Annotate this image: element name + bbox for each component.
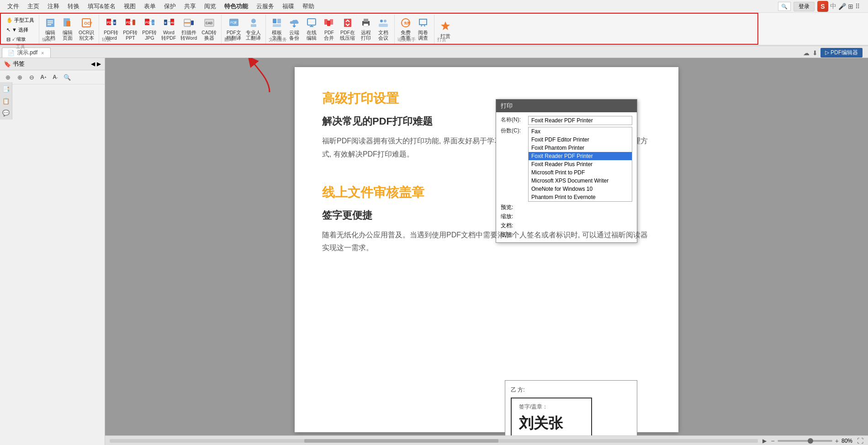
menu-item-help[interactable]: 帮助 (299, 1, 318, 11)
ocr-button[interactable]: OCR OCR识别文本 (77, 16, 96, 42)
menu-item-browse[interactable]: 阅览 (201, 1, 220, 11)
sidebar-controls: ⊕ ⊕ ⊖ A+ A- 🔍 (0, 70, 105, 84)
pdf-compress-button[interactable]: PDF在线压缩 (338, 16, 357, 42)
login-button[interactable]: 登录 (794, 2, 815, 11)
zoom-slider[interactable] (778, 440, 832, 442)
shrink-button[interactable]: ⊟ ↙缩放 (4, 35, 37, 44)
pdf-to-ppt-button[interactable]: PDF→ PDF转PPT (121, 16, 139, 42)
print-list-item-foxit-editor[interactable]: Foxit PDF Editor Printer (529, 136, 632, 144)
menu-item-special[interactable]: 特色功能 (221, 1, 252, 11)
arrow-indicator (238, 58, 283, 94)
svg-rect-16 (132, 20, 135, 25)
doc-area[interactable]: 高级打印设置 解决常见的PDF打印难题 福昕PDF阅读器拥有强大的打印功能, 界… (105, 58, 868, 445)
svg-text:免费: 免费 (403, 21, 410, 25)
sidebar-content[interactable]: 📑 📋 💬 (0, 84, 105, 445)
print-list-item-fax[interactable]: Fax (529, 127, 632, 136)
sidebar-title: 书签 (13, 60, 25, 68)
menu-item-home[interactable]: 主页 (24, 1, 43, 11)
zoom-controls: − + 80% ⛶ (767, 437, 868, 445)
bookmark-tab-icon[interactable]: 📑 (1, 84, 11, 94)
pdf-editor-badge[interactable]: ▷ PDF编辑器 (820, 48, 863, 58)
seal-sign-label: 签字/盖章： (519, 403, 584, 411)
sidebar-add-child-button[interactable]: ⊕ (15, 72, 25, 82)
edit-page-button[interactable]: 编辑页面 (59, 16, 76, 42)
lunwen-section-label: 论文助手 (397, 37, 416, 43)
search-box[interactable]: 🔍 (778, 2, 791, 11)
pdf-translate-icon: PDF文 (228, 17, 240, 29)
scroll-right-icon[interactable]: ▶ (762, 438, 767, 444)
translate-section-label: 翻译 (224, 37, 233, 43)
zoom-minus-button[interactable]: − (771, 437, 775, 445)
menu-item-cloud[interactable]: 云服务 (253, 1, 278, 11)
pdf-to-jpg-button[interactable]: PDF→JPG PDF转JPG (140, 16, 159, 42)
sidebar-header: 🔖 书签 ◀ ▶ (0, 58, 105, 70)
remote-print-button[interactable]: 远程打印 (358, 16, 374, 42)
cloud-backup-icon (288, 17, 301, 29)
lunwen-section: 免费 免费查重 阅卷调查 论文助手 (395, 15, 434, 45)
pdf-compress-label: PDF在线压缩 (340, 30, 355, 41)
tab-close-button[interactable]: × (40, 50, 45, 56)
sidebar-search-button[interactable]: 🔍 (62, 72, 72, 82)
pdf-merge-label: PDF合并 (324, 30, 334, 41)
pdf-merge-button[interactable]: PDF合并 (321, 16, 337, 42)
print-section: 高级打印设置 解决常见的PDF打印难题 福昕PDF阅读器拥有强大的打印功能, 界… (322, 90, 651, 161)
sidebar-next-button[interactable]: ▶ (97, 61, 101, 67)
sidebar-prev-button[interactable]: ◀ (91, 61, 95, 67)
expand-icon[interactable]: ⛶ (857, 437, 863, 445)
menu-item-convert[interactable]: 转换 (64, 1, 83, 11)
svg-rect-44 (324, 19, 328, 25)
shrink-icon: ⊟ (6, 37, 11, 42)
page-tab-icon[interactable]: 📋 (1, 96, 11, 106)
sidebar-remove-button[interactable]: ⊖ (26, 72, 37, 82)
pdf-merge-icon (323, 17, 335, 29)
print-list-item-ms-pdf[interactable]: Microsoft Print to PDF (529, 168, 632, 177)
menu-item-sign[interactable]: 填写&签名 (84, 1, 119, 11)
zoom-plus-button[interactable]: + (835, 437, 839, 445)
svg-rect-50 (364, 24, 368, 26)
menu-item-view[interactable]: 视图 (120, 1, 139, 11)
menu-item-annotation[interactable]: 注释 (44, 1, 63, 11)
svg-text:OCR: OCR (84, 21, 92, 26)
consult-button[interactable]: 阅卷调查 (415, 16, 431, 42)
cloud-backup-button[interactable]: 云端备份 (286, 16, 302, 42)
menu-item-protect[interactable]: 保护 (160, 1, 180, 11)
online-edit-icon (305, 17, 318, 29)
pdf-compress-icon (341, 17, 354, 29)
sidebar-nav-buttons: ◀ ▶ (91, 61, 101, 67)
sidebar-font-down-button[interactable]: A- (50, 72, 60, 82)
svg-rect-38 (277, 19, 281, 23)
select-tool-button[interactable]: ↖ ▼ 选择 (4, 25, 37, 35)
menu-item-form[interactable]: 表单 (140, 1, 159, 11)
cad-converter-button[interactable]: CAD CAD转换器 (200, 16, 218, 42)
ocr-label: OCR识别文本 (79, 30, 94, 41)
ocr-icon: OCR (80, 17, 93, 29)
free-check-icon: 免费 (399, 17, 412, 29)
menu-item-fudian[interactable]: 福碟 (279, 1, 298, 11)
horizontal-scrollbar[interactable] (110, 439, 758, 443)
print-name-value[interactable]: Foxit Reader PDF Printer (528, 116, 632, 125)
zoom-slider-thumb (808, 438, 813, 444)
annotation-tab-icon[interactable]: 💬 (1, 108, 11, 118)
scan-to-word-button[interactable]: 扫描件转Word (179, 16, 199, 42)
online-edit-button[interactable]: 在线编辑 (303, 16, 320, 42)
menu-item-file[interactable]: 文件 (4, 1, 23, 11)
svg-rect-39 (273, 24, 281, 27)
expert-translate-button[interactable]: 专业人工翻译 (244, 16, 263, 42)
output-section-label: 打赏 (437, 37, 446, 43)
print-list-item-foxit-plus[interactable]: Foxit Reader Plus Printer (529, 160, 632, 168)
svg-rect-29 (191, 21, 194, 25)
pdf-to-word-icon: PDF→W (105, 17, 117, 29)
print-dialog-header: 打印 (496, 99, 637, 112)
word-to-pdf-button[interactable]: W→PDF Word转PDF (159, 16, 178, 42)
menu-item-share[interactable]: 共享 (180, 1, 200, 11)
expert-translate-label: 专业人工翻译 (246, 30, 261, 41)
doc-meeting-button[interactable]: 文档会议 (375, 16, 392, 42)
left-sidebar: 🔖 书签 ◀ ▶ ⊕ ⊕ ⊖ A+ A- 🔍 📑 📋 💬 (0, 58, 105, 445)
print-list-item-foxit-reader[interactable]: Foxit Reader PDF Printer (529, 152, 632, 160)
doc-meeting-icon (377, 17, 390, 29)
hand-tool-button[interactable]: ✋ 手型工具 (4, 16, 37, 25)
sidebar-font-up-button[interactable]: A+ (38, 72, 48, 82)
print-list-item-foxit-phantom[interactable]: Foxit Phantom Printer (529, 144, 632, 152)
svg-rect-49 (364, 19, 368, 22)
sidebar-add-button[interactable]: ⊕ (3, 72, 13, 82)
